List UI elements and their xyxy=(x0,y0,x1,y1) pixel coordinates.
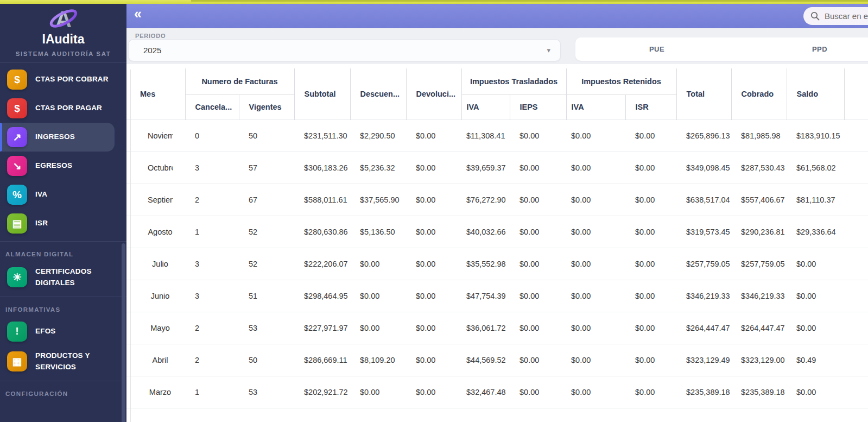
column-header-cancelados[interactable]: Cancela... xyxy=(185,95,239,119)
shield-alert-icon: ! xyxy=(7,322,27,342)
sidebar-item-isr[interactable]: ▤ISR xyxy=(0,211,126,236)
cell-cobrado: $557,406.67 xyxy=(731,184,787,216)
column-header-iva-trasladado[interactable]: IVA xyxy=(461,95,510,119)
sidebar-item-ctas-por-pagar[interactable]: $CTAS POR PAGAR xyxy=(0,96,126,121)
cell-cancelados: 1 xyxy=(185,376,239,408)
cell-empty xyxy=(510,408,566,422)
cell-devoluciones: $0.00 xyxy=(406,119,461,152)
cell-devoluciones: $0.00 xyxy=(406,280,461,312)
cell-cancelados: 2 xyxy=(185,184,239,216)
cell-saldo: $0.49 xyxy=(787,344,844,376)
cell-empty xyxy=(844,344,868,376)
sidebar-item-egresos[interactable]: ↘EGRESOS xyxy=(0,154,126,178)
sidebar-scrollbar-thumb[interactable] xyxy=(122,243,125,422)
cell-total: $264,447.47 xyxy=(676,312,731,344)
search-input[interactable] xyxy=(825,11,868,21)
sidebar-item-ingresos[interactable]: ↗INGRESOS xyxy=(0,125,126,149)
cell-ieps: $0.00 xyxy=(510,248,566,280)
sidebar-item-label: CTAS POR COBRAR xyxy=(35,74,109,85)
cell-mes: Julio xyxy=(126,248,185,280)
month-label: Junio xyxy=(148,292,173,300)
boxes-icon: ▦ xyxy=(7,351,27,371)
cell-cancelados: 0 xyxy=(185,119,239,152)
receipt-icon: ▤ xyxy=(7,213,27,234)
seal-icon: ☀ xyxy=(7,267,27,287)
cell-subtotal: $227,971.97 xyxy=(294,312,350,344)
table-row[interactable]: Septiembre267$588,011.61$37,565.90$0.00$… xyxy=(126,184,868,216)
sidebar-item-label: EGRESOS xyxy=(35,160,72,172)
cell-vigentes: 52 xyxy=(239,216,294,248)
table-row[interactable]: Junio351$298,464.95$0.00$0.00$47,754.39$… xyxy=(126,280,868,312)
column-header-cobrado[interactable]: Cobrado xyxy=(731,68,787,119)
column-header-descuentos[interactable]: Descuen... xyxy=(350,68,406,119)
sidebar-item-label: PRODUCTOS Y SERVICIOS xyxy=(35,350,119,373)
cell-total: $323,129.49 xyxy=(676,344,731,376)
sidebar: A IAudita SISTEMA AUDITORÍA SAT $CTAS PO… xyxy=(0,4,126,422)
cell-cobrado: $346,219.33 xyxy=(731,280,787,312)
invoice-dollar-icon: $ xyxy=(7,98,27,118)
cell-descuentos: $0.00 xyxy=(350,376,406,408)
sidebar-item-iva[interactable]: %IVA xyxy=(0,182,126,207)
search-box[interactable] xyxy=(803,7,868,25)
cell-saldo: $81,110.37 xyxy=(787,184,844,216)
cell-saldo: $61,568.02 xyxy=(787,152,844,184)
cell-iva_retenido: $0.00 xyxy=(566,216,625,248)
column-header-isr[interactable]: ISR xyxy=(625,95,676,119)
hand-dollar-icon: $ xyxy=(7,70,27,90)
cell-empty xyxy=(185,408,239,422)
table-row[interactable]: Noviembre050$231,511.30$2,290.50$0.00$11… xyxy=(126,119,868,152)
column-header-ieps[interactable]: IEPS xyxy=(510,95,566,119)
month-label: Abril xyxy=(148,356,173,364)
periodo-value: 2025 xyxy=(143,46,161,55)
column-header-iva-retenido[interactable]: IVA xyxy=(566,95,625,119)
month-label: Marzo xyxy=(148,388,173,396)
sidebar-section-label: INFORMATIVAS xyxy=(0,297,126,315)
table-row[interactable]: Julio352$222,206.07$0.00$0.00$35,552.98$… xyxy=(126,248,868,280)
cell-empty xyxy=(844,184,868,216)
cell-ieps: $0.00 xyxy=(510,312,566,344)
table-body: Noviembre050$231,511.30$2,290.50$0.00$11… xyxy=(126,119,868,422)
sidebar-item-efos[interactable]: !EFOS xyxy=(0,319,126,344)
payment-method-toggle: PUE PPD xyxy=(575,37,868,61)
cell-vigentes: 67 xyxy=(239,184,294,216)
column-header-devoluciones[interactable]: Devoluci... xyxy=(406,68,461,119)
chevron-down-icon: ▾ xyxy=(547,46,550,54)
pue-button[interactable]: PUE xyxy=(575,37,738,61)
table-row-partial xyxy=(126,408,868,422)
cell-empty xyxy=(844,216,868,248)
cell-isr: $0.00 xyxy=(625,248,676,280)
table-row[interactable]: Agosto152$280,630.86$5,136.50$0.00$40,03… xyxy=(126,216,868,248)
cell-cobrado: $264,447.47 xyxy=(731,312,787,344)
ppd-button[interactable]: PPD xyxy=(738,37,868,61)
column-header-vigentes[interactable]: Vigentes xyxy=(239,95,294,119)
sidebar-item-certificados-digitales[interactable]: ☀CERTIFICADOS DIGITALES xyxy=(0,264,126,291)
column-header-subtotal[interactable]: Subtotal xyxy=(294,68,350,119)
cell-iva_trasladado: $39,659.37 xyxy=(461,152,510,184)
cell-iva_trasladado: $11,308.41 xyxy=(461,119,510,152)
table-row[interactable]: Abril250$286,669.11$8,109.20$0.00$44,569… xyxy=(126,344,868,376)
cell-subtotal: $222,206.07 xyxy=(294,248,350,280)
table-header: Mes Numero de Facturas Subtotal Descuen.… xyxy=(126,68,868,119)
sidebar-item-label: ISR xyxy=(35,218,48,229)
periodo-select[interactable]: 2025 ▾ xyxy=(128,39,561,61)
sidebar-collapse-button[interactable]: « xyxy=(134,6,141,22)
cell-total: $638,517.04 xyxy=(676,184,731,216)
column-header-saldo[interactable]: Saldo xyxy=(787,68,844,119)
sidebar-item-productos-y-servicios[interactable]: ▦PRODUCTOS Y SERVICIOS xyxy=(0,348,126,375)
cell-mes: Noviembre xyxy=(126,119,185,152)
sidebar-item-ctas-por-cobrar[interactable]: $CTAS POR COBRAR xyxy=(0,67,126,92)
table-row[interactable]: Mayo253$227,971.97$0.00$0.00$36,061.72$0… xyxy=(126,312,868,344)
top-accent-bar xyxy=(0,0,868,4)
cell-iva_trasladado: $47,754.39 xyxy=(461,280,510,312)
table-row[interactable]: Marzo153$202,921.72$0.00$0.00$32,467.48$… xyxy=(126,376,868,408)
column-header-total[interactable]: Total xyxy=(676,68,731,119)
cell-iva_retenido: $0.00 xyxy=(566,248,625,280)
cell-cancelados: 3 xyxy=(185,280,239,312)
cell-vigentes: 51 xyxy=(239,280,294,312)
cell-devoluciones: $0.00 xyxy=(406,152,461,184)
app-subtitle: SISTEMA AUDITORÍA SAT xyxy=(0,51,126,57)
cell-mes: Octubre xyxy=(126,152,185,184)
table-row[interactable]: Octubre357$306,183.26$5,236.32$0.00$39,6… xyxy=(126,152,868,184)
column-header-mes[interactable]: Mes xyxy=(126,68,185,119)
cell-cobrado: $235,389.18 xyxy=(731,376,787,408)
